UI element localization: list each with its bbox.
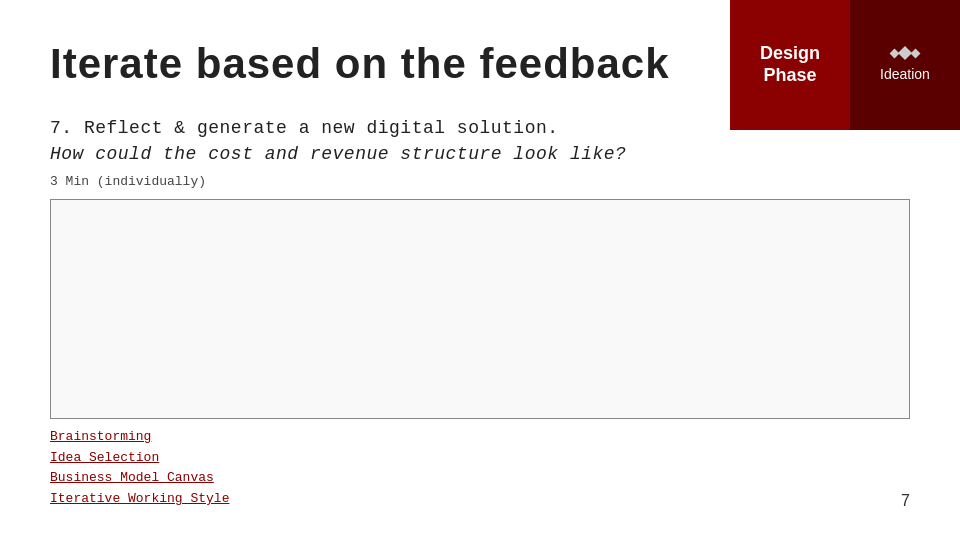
link-brainstorming[interactable]: Brainstorming bbox=[50, 427, 229, 448]
bottom-links: Brainstorming Idea Selection Business Mo… bbox=[50, 427, 229, 510]
link-idea-selection[interactable]: Idea Selection bbox=[50, 448, 229, 469]
answer-input-area[interactable] bbox=[50, 199, 910, 419]
page-title: Iterate based on the feedback bbox=[50, 40, 910, 88]
link-iterative-working-style[interactable]: Iterative Working Style bbox=[50, 489, 229, 510]
subtitle-text: 7. Reflect & generate a new digital solu… bbox=[50, 118, 910, 138]
page-number: 7 bbox=[901, 492, 910, 510]
question-text: How could the cost and revenue structure… bbox=[50, 144, 910, 164]
link-business-model-canvas[interactable]: Business Model Canvas bbox=[50, 468, 229, 489]
main-content: Iterate based on the feedback 7. Reflect… bbox=[0, 0, 960, 465]
time-label: 3 Min (individually) bbox=[50, 174, 910, 189]
